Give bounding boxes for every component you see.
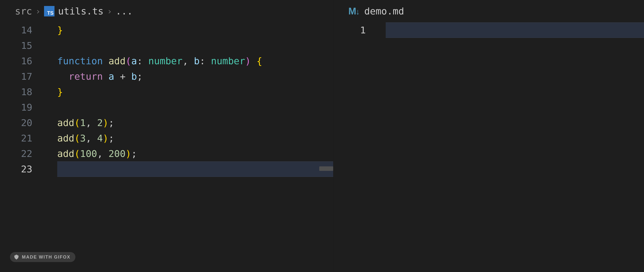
breadcrumb-file[interactable]: demo.md bbox=[364, 6, 404, 17]
line-number[interactable]: 21 bbox=[0, 131, 32, 146]
editor-pane-right: M↓ demo.md 1 bbox=[334, 0, 644, 272]
code-line[interactable] bbox=[45, 38, 333, 53]
line-number[interactable]: 14 bbox=[0, 23, 32, 38]
watermark-label: MADE WITH GIFOX bbox=[22, 254, 70, 260]
line-number[interactable]: 20 bbox=[0, 115, 32, 131]
line-number[interactable]: 15 bbox=[0, 38, 32, 53]
line-number[interactable]: 18 bbox=[0, 84, 32, 100]
breadcrumb[interactable]: src › TS utils.ts › ... bbox=[0, 0, 333, 23]
line-number[interactable]: 19 bbox=[0, 100, 32, 115]
line-number-gutter[interactable]: 14151617181920212223 bbox=[0, 23, 45, 272]
line-number[interactable]: 16 bbox=[0, 53, 32, 69]
markdown-icon: M↓ bbox=[348, 6, 359, 17]
breadcrumb-symbol[interactable]: ... bbox=[116, 6, 133, 17]
code-line[interactable]: add(100, 200); bbox=[45, 146, 333, 161]
current-line-highlight bbox=[57, 161, 333, 177]
code-line[interactable]: } bbox=[45, 84, 333, 100]
breadcrumb-folder[interactable]: src bbox=[15, 6, 32, 17]
fox-icon bbox=[14, 254, 20, 260]
line-number[interactable]: 23 bbox=[0, 161, 32, 177]
code-line[interactable]: } bbox=[45, 23, 333, 38]
code-line[interactable]: return a + b; bbox=[45, 69, 333, 84]
line-number[interactable]: 22 bbox=[0, 146, 32, 161]
code-line[interactable] bbox=[45, 100, 333, 115]
scrollbar-thumb[interactable] bbox=[319, 166, 333, 171]
editor-body-right[interactable]: 1 bbox=[334, 23, 644, 272]
code-line[interactable]: add(1, 2); bbox=[45, 115, 333, 131]
chevron-right-icon: › bbox=[107, 6, 112, 16]
gifox-watermark: MADE WITH GIFOX bbox=[10, 252, 76, 262]
breadcrumb-file[interactable]: utils.ts bbox=[58, 6, 104, 17]
chevron-right-icon: › bbox=[36, 6, 40, 16]
editor-pane-left: src › TS utils.ts › ... 1415161718192021… bbox=[0, 0, 334, 272]
breadcrumb[interactable]: M↓ demo.md bbox=[334, 0, 644, 23]
code-line[interactable]: add(3, 4); bbox=[45, 131, 333, 146]
typescript-icon: TS bbox=[44, 6, 54, 17]
code-line[interactable]: function add(a: number, b: number) { bbox=[45, 53, 333, 69]
line-number-gutter[interactable]: 1 bbox=[334, 23, 378, 272]
line-number[interactable]: 17 bbox=[0, 69, 32, 84]
code-area[interactable]: }function add(a: number, b: number) { re… bbox=[45, 23, 333, 272]
editor-body-left[interactable]: 14151617181920212223 }function add(a: nu… bbox=[0, 23, 333, 272]
line-number[interactable]: 1 bbox=[334, 23, 366, 38]
current-line-highlight bbox=[386, 23, 644, 38]
code-area[interactable] bbox=[378, 23, 644, 272]
code-line[interactable] bbox=[45, 161, 333, 177]
